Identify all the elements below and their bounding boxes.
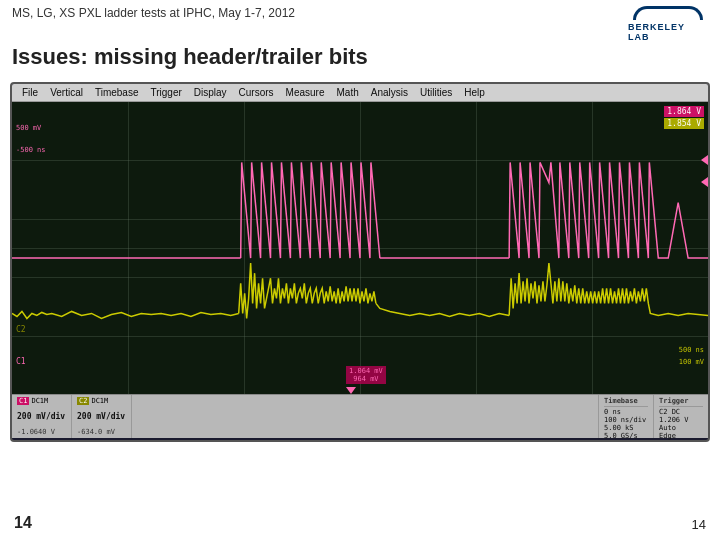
c1-indicator: C1	[17, 397, 29, 405]
label-pink-top: 500 mV	[16, 124, 41, 132]
label-yellow-val2: 100 mV	[679, 358, 704, 366]
ch1-label: C1	[16, 357, 26, 366]
menu-vertical[interactable]: Vertical	[44, 86, 89, 99]
logo-arc	[633, 6, 703, 20]
status-spacer	[132, 395, 598, 438]
c1-offset: -1.0640 V	[17, 428, 66, 436]
center-meas-val2: 964 mV	[349, 375, 383, 383]
label-pink-bot: -500 ns	[16, 146, 46, 154]
trigger-type: Edge	[659, 432, 703, 440]
trigger-mode: Auto	[659, 424, 703, 432]
meas-pink-val2: 1.854 V	[664, 118, 704, 129]
page-title: Issues: missing header/trailer bits	[0, 42, 720, 76]
timebase-cell: Timebase 0 ns 100 ns/div 5.00 kS 5.0 GS/…	[598, 395, 653, 438]
waveform-svg	[12, 102, 708, 394]
trigger-val: 1.206 V	[659, 416, 703, 424]
timebase-gs: 5.0 GS/s	[604, 432, 648, 440]
oscilloscope: File Vertical Timebase Trigger Display C…	[10, 82, 710, 442]
c1-div: 200 mV/div	[17, 412, 66, 421]
trigger-slope: Positive	[659, 440, 703, 442]
trigger-arrow	[346, 387, 356, 394]
menu-math[interactable]: Math	[331, 86, 365, 99]
header: MS, LG, XS PXL ladder tests at IPHC, May…	[0, 0, 720, 42]
menu-trigger[interactable]: Trigger	[144, 86, 187, 99]
logo: BERKELEY LAB	[628, 6, 708, 42]
c2-offset: -634.0 mV	[77, 428, 126, 436]
ch2-label: C2	[16, 325, 26, 334]
menu-measure[interactable]: Measure	[280, 86, 331, 99]
c2-type: DC1M	[91, 397, 108, 405]
logo-text: BERKELEY LAB	[628, 22, 708, 42]
menu-analysis[interactable]: Analysis	[365, 86, 414, 99]
timebase-val: 0 ns	[604, 408, 648, 416]
menu-help[interactable]: Help	[458, 86, 491, 99]
measurement-display: 1.864 V 1.854 V	[664, 106, 704, 130]
menu-display[interactable]: Display	[188, 86, 233, 99]
marker-pink2	[701, 177, 708, 187]
scope-statusbar: C1 DC1M 200 mV/div -1.0640 V C2 DC1M 200…	[12, 394, 708, 438]
label-yellow-val1: 500 ns	[679, 346, 704, 354]
trigger-ch: C2 DC	[659, 408, 703, 416]
timebase-header: Timebase	[604, 397, 648, 407]
c2-div: 200 mV/div	[77, 412, 126, 421]
menu-file[interactable]: File	[16, 86, 44, 99]
menu-timebase[interactable]: Timebase	[89, 86, 145, 99]
trigger-header: Trigger	[659, 397, 703, 407]
page-number-left: 14	[14, 514, 32, 532]
status-c1: C1 DC1M 200 mV/div -1.0640 V	[12, 395, 72, 438]
c2-indicator: C2	[77, 397, 89, 405]
scope-menubar: File Vertical Timebase Trigger Display C…	[12, 84, 708, 102]
menu-cursors[interactable]: Cursors	[233, 86, 280, 99]
status-right: Timebase 0 ns 100 ns/div 5.00 kS 5.0 GS/…	[598, 395, 708, 438]
status-c2: C2 DC1M 200 mV/div -634.0 mV	[72, 395, 132, 438]
meas-pink-val1: 1.864 V	[664, 106, 704, 117]
timebase-ks: 5.00 kS	[604, 424, 648, 432]
timebase-div: 100 ns/div	[604, 416, 648, 424]
header-title: MS, LG, XS PXL ladder tests at IPHC, May…	[12, 6, 295, 20]
page-number-right: 14	[692, 517, 706, 532]
trigger-cell: Trigger C2 DC 1.206 V Auto Edge Positive	[653, 395, 708, 438]
scope-display: 1.864 V 1.854 V 500 mV -500 ns 500 ns 10…	[12, 102, 708, 394]
center-meas-box: 1.064 mV 964 mV	[346, 366, 386, 384]
trigger-marker-pink	[701, 155, 708, 165]
center-meas-val1: 1.064 mV	[349, 367, 383, 375]
menu-utilities[interactable]: Utilities	[414, 86, 458, 99]
c1-type: DC1M	[31, 397, 48, 405]
